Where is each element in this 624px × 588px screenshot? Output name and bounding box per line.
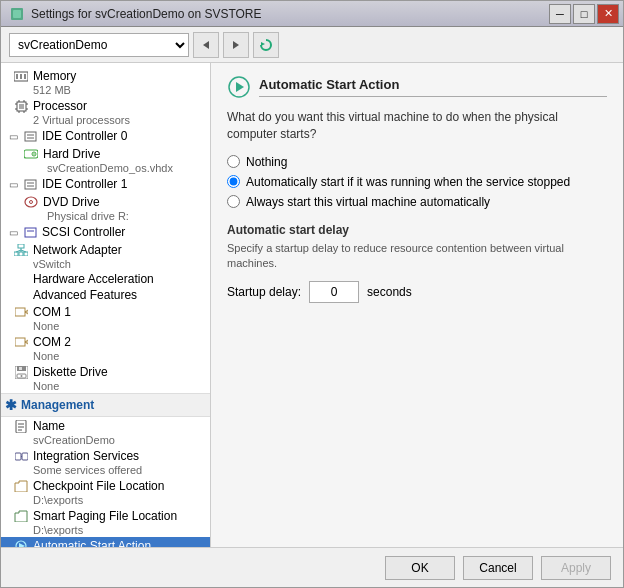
svg-rect-19 (25, 132, 36, 141)
delay-title: Automatic start delay (227, 223, 607, 237)
option-auto-if-running[interactable]: Automatically start if it was running wh… (227, 175, 607, 189)
delay-row: Startup delay: seconds (227, 281, 607, 303)
maximize-button[interactable]: □ (573, 4, 595, 24)
svg-rect-7 (20, 74, 22, 79)
option-always-start[interactable]: Always start this virtual machine automa… (227, 195, 607, 209)
option-nothing-label: Nothing (246, 155, 287, 169)
network-label: Network Adapter (33, 243, 122, 257)
svg-rect-30 (25, 228, 36, 237)
svg-marker-64 (236, 82, 244, 92)
right-panel: Automatic Start Action What do you want … (211, 63, 623, 547)
com1-sub: None (13, 320, 206, 332)
svg-rect-33 (14, 252, 18, 256)
refresh-button[interactable] (253, 32, 279, 58)
delay-description: Specify a startup delay to reduce resour… (227, 241, 607, 272)
sidebar-item-paging[interactable]: Smart Paging File Location D:\exports (1, 507, 210, 537)
svg-marker-2 (203, 41, 209, 49)
sidebar-item-autostart[interactable]: Automatic Start Action Restart if previo… (1, 537, 210, 547)
com2-sub: None (13, 350, 206, 362)
sidebar-item-memory[interactable]: Memory 512 MB (1, 67, 210, 97)
sidebar-item-checkpoint[interactable]: Checkpoint File Location D:\exports (1, 477, 210, 507)
footer: OK Cancel Apply (1, 547, 623, 587)
checkpoint-label: Checkpoint File Location (33, 479, 164, 493)
com2-icon (13, 334, 29, 350)
ide0-expand-icon: ▭ (9, 131, 18, 142)
delay-input[interactable] (309, 281, 359, 303)
memory-icon (13, 68, 29, 84)
radio-auto-if-running[interactable] (227, 175, 240, 188)
sidebar-item-advfeat[interactable]: Advanced Features (1, 287, 210, 303)
window-icon (9, 6, 25, 22)
memory-sub: 512 MB (13, 84, 206, 96)
svg-rect-43 (15, 338, 25, 346)
cancel-button[interactable]: Cancel (463, 556, 533, 580)
network-sub: vSwitch (13, 258, 206, 270)
sidebar-item-network[interactable]: Network Adapter vSwitch (1, 241, 210, 271)
paging-sub: D:\exports (13, 524, 206, 536)
integration-label: Integration Services (33, 449, 139, 463)
sidebar-item-ide0[interactable]: ▭ IDE Controller 0 (1, 127, 210, 145)
sidebar-item-integration[interactable]: Integration Services Some services offer… (1, 447, 210, 477)
svg-point-51 (20, 375, 22, 377)
sidebar-item-hwaccel[interactable]: Hardware Acceleration (1, 271, 210, 287)
forward-button[interactable] (223, 32, 249, 58)
ide0-label: IDE Controller 0 (42, 129, 127, 143)
dvd-label: DVD Drive (43, 195, 100, 209)
ide1-label: IDE Controller 1 (42, 177, 127, 191)
delay-section: Automatic start delay Specify a startup … (227, 223, 607, 304)
start-options: Nothing Automatically start if it was ru… (227, 155, 607, 209)
sidebar-item-com1[interactable]: COM 1 None (1, 303, 210, 333)
svg-rect-32 (18, 244, 24, 248)
sidebar-item-scsi[interactable]: ▭ SCSI Controller (1, 223, 210, 241)
dvd-sub: Physical drive R: (23, 210, 206, 222)
svg-rect-35 (24, 252, 28, 256)
processor-label: Processor (33, 99, 87, 113)
name-icon (13, 418, 29, 434)
scsi-expand-icon: ▭ (9, 227, 18, 238)
management-section[interactable]: ✱ Management (1, 393, 210, 417)
name-item-label: Name (33, 419, 65, 433)
disk-icon (13, 364, 29, 380)
sidebar-item-com2[interactable]: COM 2 None (1, 333, 210, 363)
autostart-icon (13, 538, 29, 547)
vm-dropdown[interactable]: svCreationDemo (9, 33, 189, 57)
name-sub: svCreationDemo (13, 434, 206, 446)
svg-marker-3 (233, 41, 239, 49)
management-label: Management (21, 398, 94, 412)
advfeat-label: Advanced Features (33, 288, 137, 302)
option-always-start-label: Always start this virtual machine automa… (246, 195, 490, 209)
minimize-button[interactable]: ─ (549, 4, 571, 24)
title-bar-buttons: ─ □ ✕ (549, 4, 619, 24)
svg-rect-10 (19, 104, 24, 109)
integration-icon (13, 448, 29, 464)
svg-rect-39 (15, 308, 25, 316)
svg-rect-25 (25, 180, 36, 189)
diskette-sub: None (13, 380, 206, 392)
sidebar: Memory 512 MB Processor 2 Virtual proces… (1, 63, 211, 547)
radio-always-start[interactable] (227, 195, 240, 208)
close-button[interactable]: ✕ (597, 4, 619, 24)
ok-button[interactable]: OK (385, 556, 455, 580)
com1-icon (13, 304, 29, 320)
checkpoint-sub: D:\exports (13, 494, 206, 506)
sidebar-item-diskette[interactable]: Diskette Drive None (1, 363, 210, 393)
sidebar-item-dvd[interactable]: DVD Drive Physical drive R: (1, 193, 210, 223)
paging-icon (13, 508, 29, 524)
back-button[interactable] (193, 32, 219, 58)
sidebar-item-ide1[interactable]: ▭ IDE Controller 1 (1, 175, 210, 193)
sidebar-item-hdd[interactable]: Hard Drive svCreationDemo_os.vhdx (1, 145, 210, 175)
com2-label: COM 2 (33, 335, 71, 349)
sidebar-item-name[interactable]: Name svCreationDemo (1, 417, 210, 447)
apply-button[interactable]: Apply (541, 556, 611, 580)
processor-icon (13, 98, 29, 114)
window-title: Settings for svCreationDemo on SVSTORE (31, 7, 262, 21)
radio-nothing[interactable] (227, 155, 240, 168)
option-nothing[interactable]: Nothing (227, 155, 607, 169)
integration-sub: Some services offered (13, 464, 206, 476)
scsi-label: SCSI Controller (42, 225, 125, 239)
processor-sub: 2 Virtual processors (13, 114, 206, 126)
svg-point-28 (25, 197, 37, 207)
sidebar-item-processor[interactable]: Processor 2 Virtual processors (1, 97, 210, 127)
checkpoint-icon (13, 478, 29, 494)
diskette-label: Diskette Drive (33, 365, 108, 379)
